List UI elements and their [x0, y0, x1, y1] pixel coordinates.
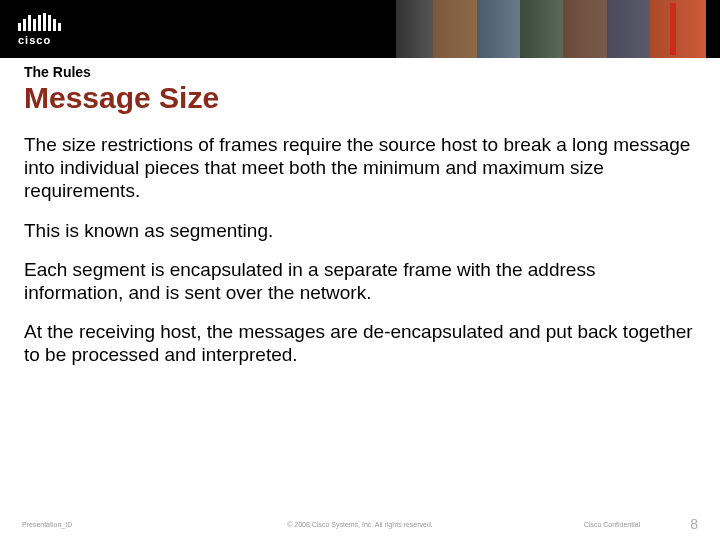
paragraph-2: This is known as segmenting. — [24, 219, 696, 242]
page-number: 8 — [690, 516, 698, 532]
section-label: The Rules — [24, 64, 696, 80]
paragraph-3: Each segment is encapsulated in a separa… — [24, 258, 696, 304]
slide-title: Message Size — [24, 81, 696, 115]
logo-bars-icon — [18, 13, 61, 31]
slide-header: The Rules Message Size — [0, 58, 720, 117]
slide-body: The size restrictions of frames require … — [0, 117, 720, 540]
slide: cisco The Rules Message Size The size re… — [0, 0, 720, 540]
slide-footer: Presentation_ID © 2008 Cisco Systems, In… — [0, 516, 720, 532]
people-photo-strip — [396, 0, 706, 58]
cisco-logo: cisco — [18, 13, 61, 46]
confidential-label: Cisco Confidential — [584, 521, 640, 528]
copyright-text: © 2008 Cisco Systems, Inc. All rights re… — [287, 521, 433, 528]
paragraph-1: The size restrictions of frames require … — [24, 133, 696, 203]
red-accent-bar — [670, 3, 676, 55]
top-bar: cisco — [0, 0, 720, 58]
paragraph-4: At the receiving host, the messages are … — [24, 320, 696, 366]
presentation-id: Presentation_ID — [22, 521, 72, 528]
logo-text: cisco — [18, 34, 61, 46]
